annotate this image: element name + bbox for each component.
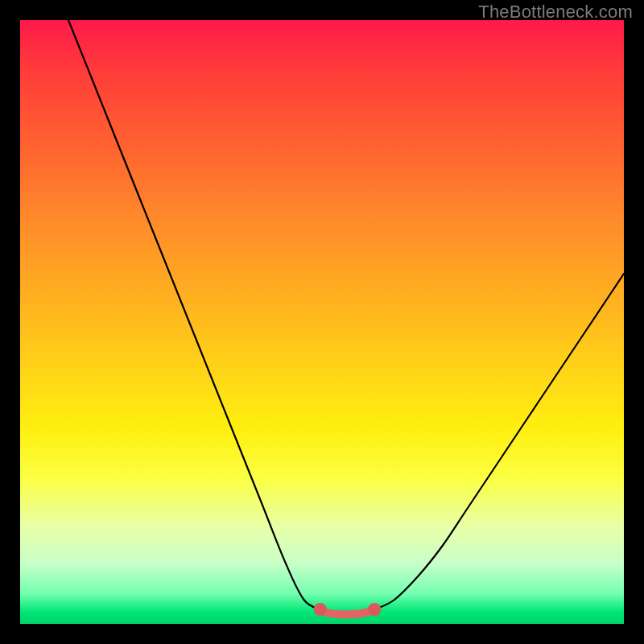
chart-svg xyxy=(20,20,624,624)
valley-dot-left xyxy=(314,603,327,616)
chart-frame: TheBottleneck.com xyxy=(0,0,644,644)
right-curve-line xyxy=(374,274,624,609)
valley-dot-right xyxy=(368,603,381,616)
plot-area xyxy=(20,20,624,624)
valley-highlight xyxy=(320,609,375,614)
left-curve-line xyxy=(68,20,320,609)
